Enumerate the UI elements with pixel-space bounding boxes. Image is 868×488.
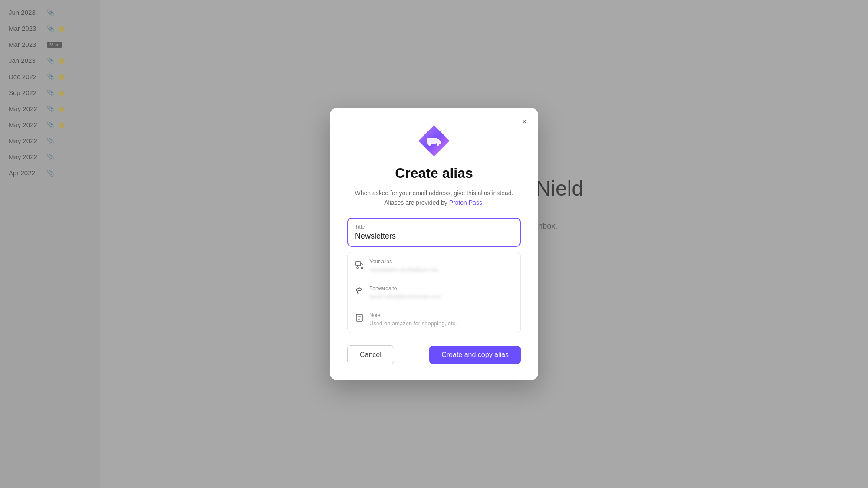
note-value: Used on amazon for shopping, etc. bbox=[369, 320, 513, 327]
forwards-content: Forwards to david.nield@protonmail.com bbox=[369, 285, 513, 300]
proton-pass-link[interactable]: Proton Pass bbox=[449, 199, 482, 206]
alias-icon-row bbox=[355, 259, 364, 269]
note-icon bbox=[355, 313, 364, 323]
truck-icon bbox=[426, 133, 442, 149]
close-button[interactable]: × bbox=[517, 115, 531, 129]
info-panel: Your alias newsletters-xk29d@pm.me Forwa… bbox=[347, 252, 521, 333]
modal-buttons: Cancel Create and copy alias bbox=[347, 345, 521, 364]
alias-value: newsletters-xk29d@pm.me bbox=[369, 266, 513, 273]
svg-point-11 bbox=[357, 267, 358, 269]
create-and-copy-alias-button[interactable]: Create and copy alias bbox=[429, 346, 521, 364]
title-input[interactable] bbox=[355, 232, 513, 241]
note-label: Note bbox=[369, 312, 513, 318]
forwards-row[interactable]: Forwards to david.nield@protonmail.com bbox=[348, 279, 520, 306]
modal-description: When asked for your email address, give … bbox=[347, 188, 521, 208]
modal-overlay: × Create alias When asked for your email… bbox=[0, 0, 868, 488]
title-input-wrapper: Title bbox=[347, 218, 521, 247]
forwards-label: Forwards to bbox=[369, 285, 513, 291]
alias-label: Your alias bbox=[369, 259, 513, 265]
modal-title: Create alias bbox=[347, 165, 521, 181]
svg-point-9 bbox=[437, 143, 439, 146]
create-alias-modal: × Create alias When asked for your email… bbox=[330, 108, 538, 380]
note-row[interactable]: Note Used on amazon for shopping, etc. bbox=[348, 306, 520, 333]
svg-rect-7 bbox=[427, 138, 437, 144]
svg-rect-10 bbox=[355, 262, 361, 265]
note-content: Note Used on amazon for shopping, etc. bbox=[369, 312, 513, 327]
forward-icon bbox=[355, 286, 364, 296]
cancel-button[interactable]: Cancel bbox=[347, 345, 394, 364]
svg-point-12 bbox=[361, 267, 363, 269]
title-field-label: Title bbox=[355, 224, 513, 230]
alias-icon bbox=[418, 125, 450, 157]
svg-point-8 bbox=[428, 143, 431, 146]
forwards-value: david.nield@protonmail.com bbox=[369, 293, 513, 300]
alias-content: Your alias newsletters-xk29d@pm.me bbox=[369, 259, 513, 273]
alias-row[interactable]: Your alias newsletters-xk29d@pm.me bbox=[348, 252, 520, 279]
modal-icon-wrap bbox=[347, 125, 521, 157]
